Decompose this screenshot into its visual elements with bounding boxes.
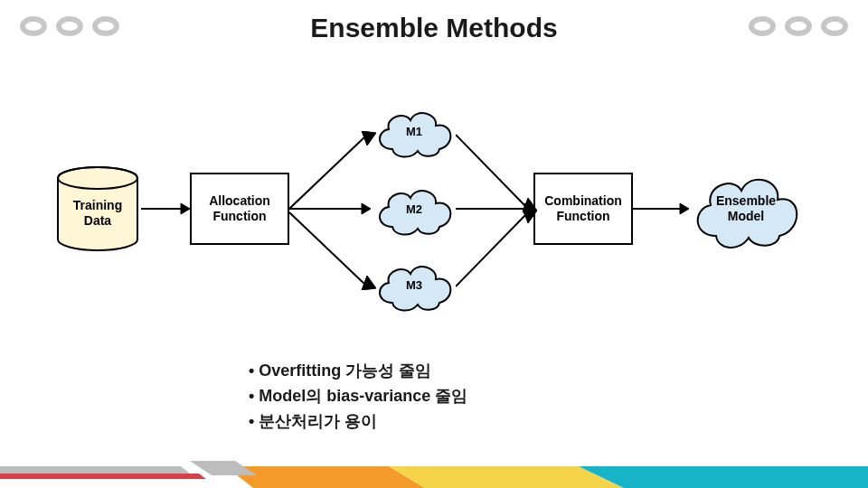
- node-label: Training Data: [73, 198, 122, 230]
- svg-line-10: [456, 135, 526, 207]
- svg-line-8: [289, 212, 365, 285]
- node-combination-function: Combination Function: [533, 173, 633, 245]
- arrow-icon: [456, 131, 537, 212]
- footer-decoration: [0, 434, 868, 488]
- node-model-m2: M2: [371, 182, 458, 238]
- node-label: Combination Function: [544, 193, 622, 225]
- svg-marker-18: [0, 466, 190, 474]
- svg-marker-17: [680, 203, 689, 214]
- node-label: M2: [371, 182, 458, 238]
- svg-line-14: [456, 214, 526, 286]
- arrow-icon: [289, 209, 376, 290]
- node-label: Allocation Function: [209, 193, 270, 225]
- bullet-item: • 분산처리가 용이: [249, 409, 467, 435]
- bullet-list: • Overfitting 가능성 줄임 • Model의 bias-varia…: [249, 359, 467, 435]
- arrow-icon: [141, 202, 190, 216]
- arrow-icon: [289, 131, 376, 212]
- bullet-text: Overfitting 가능성 줄임: [259, 361, 431, 380]
- node-model-m1: M1: [371, 104, 458, 160]
- node-allocation-function: Allocation Function: [190, 173, 289, 245]
- svg-marker-3: [181, 203, 190, 214]
- bullet-text: Model의 bias-variance 줄임: [259, 387, 467, 405]
- page-title: Ensemble Methods: [0, 13, 868, 43]
- arrow-icon: [633, 202, 689, 216]
- ensemble-diagram: Training Data Allocation Function M1 M2 …: [54, 104, 814, 312]
- node-ensemble-model: Ensemble Model: [687, 165, 805, 252]
- node-model-m3: M3: [371, 258, 458, 314]
- svg-line-4: [289, 136, 365, 209]
- arrow-icon: [456, 209, 537, 290]
- bullet-item: • Overfitting 가능성 줄임: [249, 359, 467, 384]
- bullet-text: 분산처리가 용이: [259, 412, 377, 430]
- node-training-data: Training Data: [54, 165, 141, 252]
- svg-marker-22: [579, 466, 868, 488]
- svg-marker-19: [0, 474, 206, 479]
- node-label: Ensemble Model: [687, 165, 805, 252]
- bullet-item: • Model의 bias-variance 줄임: [249, 384, 467, 409]
- node-label: M1: [371, 104, 458, 160]
- node-label: M3: [371, 258, 458, 314]
